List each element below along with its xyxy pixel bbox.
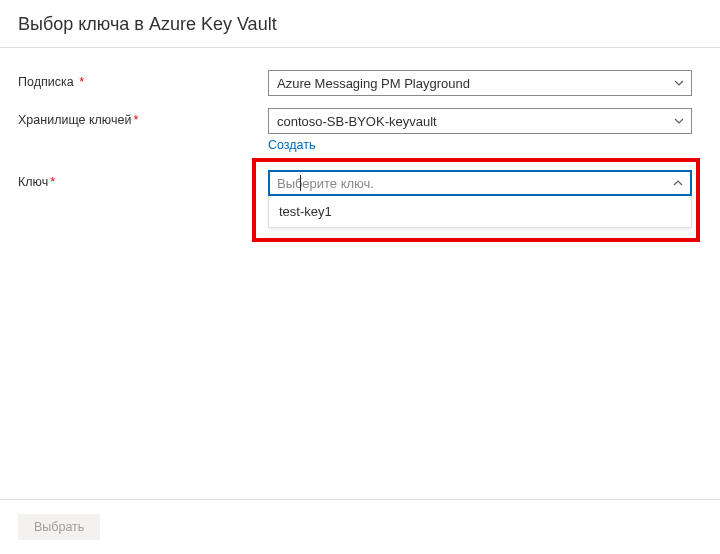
vault-select[interactable]: contoso-SB-BYOK-keyvault	[268, 108, 692, 134]
chevron-down-icon	[673, 77, 685, 89]
row-key: Ключ* Выберите ключ. test-key1	[18, 170, 702, 196]
text-caret	[300, 175, 301, 191]
chevron-down-icon	[673, 115, 685, 127]
key-placeholder: Выберите ключ.	[277, 176, 374, 191]
footer-bar: Выбрать	[0, 499, 720, 554]
required-marker: *	[133, 113, 138, 127]
vault-label: Хранилище ключей*	[18, 108, 268, 127]
subscription-value: Azure Messaging PM Playground	[277, 76, 470, 91]
vault-label-text: Хранилище ключей	[18, 113, 131, 127]
page-title: Выбор ключа в Azure Key Vault	[18, 14, 702, 35]
required-marker: *	[50, 175, 55, 189]
key-option[interactable]: test-key1	[269, 196, 691, 227]
row-subscription: Подписка * Azure Messaging PM Playground	[18, 70, 702, 96]
key-dropdown-wrap: Выберите ключ. test-key1	[268, 170, 692, 196]
key-label-text: Ключ	[18, 175, 48, 189]
required-marker: *	[79, 75, 84, 89]
create-vault-link[interactable]: Создать	[268, 138, 316, 152]
form-body: Подписка * Azure Messaging PM Playground…	[0, 48, 720, 196]
row-vault: Хранилище ключей* contoso-SB-BYOK-keyvau…	[18, 108, 702, 152]
select-button[interactable]: Выбрать	[18, 514, 100, 540]
key-select[interactable]: Выберите ключ.	[268, 170, 692, 196]
chevron-up-icon	[672, 177, 684, 189]
subscription-select[interactable]: Azure Messaging PM Playground	[268, 70, 692, 96]
key-dropdown-panel: test-key1	[268, 196, 692, 228]
key-label: Ключ*	[18, 170, 268, 189]
panel-header: Выбор ключа в Azure Key Vault	[0, 0, 720, 48]
subscription-label-text: Подписка	[18, 75, 74, 89]
subscription-label: Подписка *	[18, 70, 268, 89]
vault-value: contoso-SB-BYOK-keyvault	[277, 114, 437, 129]
